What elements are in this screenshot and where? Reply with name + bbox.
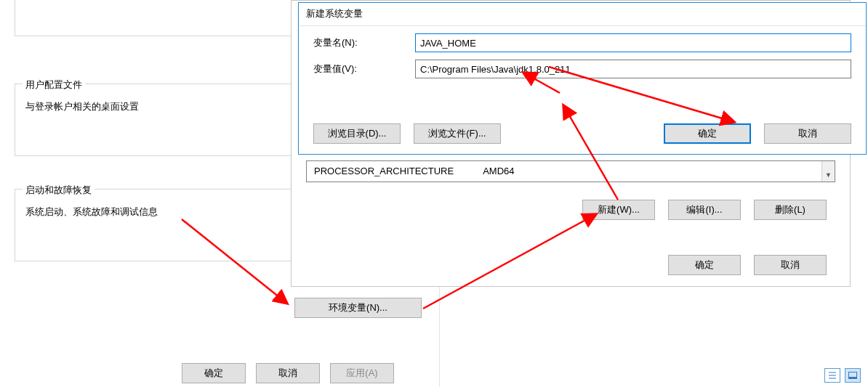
new-var-button-row: 浏览目录(D)... 浏览文件(F)... 确定 取消	[313, 123, 851, 144]
startup-recovery-description: 系统启动、系统故障和调试信息	[25, 205, 290, 219]
delete-variable-button[interactable]: 删除(L)	[754, 200, 827, 220]
thumbnail-view-icon[interactable]	[845, 368, 861, 383]
apply-button[interactable]: 应用(A)	[330, 363, 394, 383]
env-dialog-button-row: 确定 取消	[668, 255, 827, 275]
startup-recovery-group-title: 启动和故障恢复	[23, 184, 95, 197]
list-row[interactable]: PROCESSOR_ARCHITECTURE AMD64	[314, 166, 827, 176]
user-profile-group-title: 用户配置文件	[23, 78, 85, 91]
user-profile-description: 与登录帐户相关的桌面设置	[25, 100, 290, 113]
variable-name-row: 变量名(N):	[299, 26, 866, 52]
new-variable-button[interactable]: 新建(W)...	[582, 200, 655, 220]
variable-value-input[interactable]	[415, 60, 851, 78]
startup-recovery-group: 启动和故障恢复 系统启动、系统故障和调试信息	[15, 189, 301, 261]
system-properties-button-row: 确定 取消 应用(A)	[182, 363, 394, 383]
browse-directory-button[interactable]: 浏览目录(D)...	[313, 123, 401, 144]
env-cancel-button[interactable]: 取消	[754, 255, 827, 275]
variable-name-cell: PROCESSOR_ARCHITECTURE	[314, 166, 454, 176]
variable-value-cell: AMD64	[483, 166, 514, 176]
scrollbar[interactable]: ▼	[821, 161, 835, 182]
edit-variable-button[interactable]: 编辑(I)...	[668, 200, 741, 220]
variable-name-label: 变量名(N):	[313, 36, 393, 49]
variable-name-input[interactable]	[415, 33, 851, 52]
system-vars-button-row: 新建(W)... 编辑(I)... 删除(L)	[582, 200, 827, 220]
new-system-variable-dialog: 新建系统变量 变量名(N): 变量值(V): 浏览目录(D)... 浏览文件(F…	[298, 2, 867, 155]
env-ok-button[interactable]: 确定	[668, 255, 741, 275]
dialog-title: 新建系统变量	[299, 3, 866, 26]
view-mode-icons	[824, 368, 861, 383]
performance-group: 视觉效果，处理器计划，内存使用，以及虚拟内存	[15, 0, 301, 36]
variable-value-row: 变量值(V):	[299, 52, 866, 78]
user-profile-group: 用户配置文件 与登录帐户相关的桌面设置	[15, 83, 301, 156]
ok-button[interactable]: 确定	[182, 363, 246, 383]
scroll-down-icon[interactable]: ▼	[822, 168, 835, 182]
browse-file-button[interactable]: 浏览文件(F)...	[414, 123, 501, 144]
svg-rect-4	[849, 372, 856, 377]
environment-variables-button[interactable]: 环境变量(N)...	[294, 298, 422, 318]
new-var-cancel-button[interactable]: 取消	[764, 123, 851, 144]
list-view-icon[interactable]	[824, 368, 840, 383]
cancel-button[interactable]: 取消	[256, 363, 320, 383]
new-var-ok-button[interactable]: 确定	[664, 123, 751, 144]
variable-value-label: 变量值(V):	[313, 62, 393, 76]
system-variables-list[interactable]: PROCESSOR_ARCHITECTURE AMD64 ▼	[306, 160, 835, 182]
